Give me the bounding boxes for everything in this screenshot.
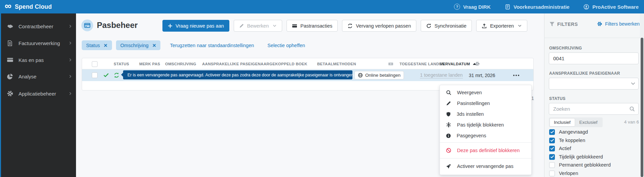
scrollbar-thumb[interactable] [641,38,643,177]
button-label: Pastransacties [300,23,332,29]
filter-chip-omschrijving[interactable]: Omschrijving ✕ [116,40,161,50]
column-header-toegestane-landen[interactable]: TOEGESTANE LANDEN [400,58,445,69]
checkbox[interactable] [549,171,555,176]
menu-item-label: Pasgegevens [457,133,486,138]
option-label: Aangevraagd [559,129,588,135]
button-label: Vervang verlopen passen [356,23,411,29]
inclusief-tab[interactable]: Inclusief [550,118,575,127]
filter-panel: FILTERS Filters bewerken OMSCHRIJVING AA… [544,13,644,177]
select-all-checkbox[interactable] [92,61,98,67]
status-option-permanent-geblokkeerd[interactable]: Permanent geblokkeerd [549,162,611,168]
pencil-icon [239,23,244,28]
column-header-merk-pas[interactable]: MERK PAS [139,58,160,69]
info-icon [446,133,451,138]
payment-method-label: Online betalingen [365,73,401,78]
checkbox[interactable] [549,129,555,135]
payment-method-badge: Online betalingen [354,71,404,79]
menu-item-activeer-vervangende-pas[interactable]: Activeer vervangende pas [440,160,531,173]
table-header: STATUS MERK PAS OMSCHRIJVING AANSPRAKELI… [82,58,533,69]
status-active-check-icon [103,69,109,81]
exclusief-tab[interactable]: Exclusief [575,118,602,127]
option-label: Tijdelijk geblokkeerd [559,154,603,160]
allowed-countries-link[interactable]: 1 toegestane landen [420,72,463,78]
row-checkbox[interactable] [92,72,98,78]
sidebar-item-analyse[interactable]: Analyse [1,68,77,85]
filter-chip-status[interactable]: Status ✕ [82,40,112,50]
column-header-omschrijving[interactable]: OMSCHRIJVING [165,58,196,69]
vervang-verlopen-passen-button[interactable]: Vervang verlopen passen [342,20,416,32]
sidebar-item-factuurverwerking[interactable]: Factuurverwerking [1,35,77,51]
status-option-verlopen[interactable]: Verlopen [549,170,578,176]
sidebar-item-applicatiebeheer[interactable]: Applicatiebeheer [1,85,77,102]
pencil-icon [446,101,451,106]
menu-item-pasinstellingen[interactable]: Pasinstellingen [440,98,531,109]
column-header-vervaldatum[interactable]: VERVALDATUM [440,58,476,69]
export-icon [482,23,487,29]
reset-defaults-link[interactable]: Terugzetten naar standaardinstellingen [170,43,254,48]
credit-card-icon [7,57,13,63]
sync-icon [426,23,431,29]
checkbox[interactable] [549,138,555,143]
column-header-gekoppeld-boek[interactable]: GEKOPPELD BOEK [269,58,307,69]
button-label: Synchronisatie [434,23,466,29]
checkbox[interactable] [549,146,555,151]
status-option-actief[interactable]: Actief [549,145,571,151]
replacement-requested-icon[interactable] [114,69,119,81]
status-option-tijdelijk-geblokkeerd[interactable]: Tijdelijk geblokkeerd [549,154,603,160]
app-title: Spend Cloud [15,3,52,10]
chevron-down-icon[interactable] [631,81,636,86]
journal-icon [505,4,510,10]
topbar-link-vraag-dirk[interactable]: ? Vraag DIRK [454,4,491,10]
bewerken-button[interactable]: Bewerken [234,20,282,32]
column-header-betaalmethoden[interactable]: BETAALMETHODEN [317,58,356,69]
status-search-input[interactable] [549,103,639,115]
pastransacties-button[interactable]: Pastransacties [287,20,338,32]
block-icon [446,148,451,153]
sidebar-item-label: Factuurverwerking [18,40,60,46]
menu-item-label: Pasinstellingen [457,101,490,106]
menu-item-pas-tijdelijk-blokkeren[interactable]: Pas tijdelijk blokkeren [440,119,531,130]
gear-icon [597,21,602,27]
option-label: Te koppelen [559,138,585,143]
filters-bewerken-link[interactable]: Filters bewerken [597,21,640,27]
question-circle-icon: ? [454,4,460,10]
pagination-page-1[interactable]: 1 [531,96,534,101]
checkbox[interactable] [549,162,555,168]
status-option-aangevraagd[interactable]: Aangevraagd [549,129,588,135]
sidebar: Contractbeheer Factuurverwerking Kas [0,13,76,177]
paseigenaar-label: AANSPRAKELIJKE PASEIGENAAR [549,71,620,76]
table-settings-gear-icon[interactable] [475,58,480,69]
remove-filter-icon[interactable]: ✕ [152,43,156,48]
menu-item-definitief-blokkeren[interactable]: Deze pas definitief blokkeren [440,144,531,157]
clear-selection-link[interactable]: Selectie opheffen [267,43,305,48]
checkbox[interactable] [549,154,555,160]
row-actions-menu-button[interactable] [512,73,521,78]
menu-item-label: 3ds instellen [457,111,484,117]
topbar-link-proactive-software[interactable]: ProActive Software [583,4,639,10]
remove-filter-icon[interactable]: ✕ [104,43,108,48]
omschrijving-label: OMSCHRIJVING [549,46,582,50]
sidebar-item-contractbeheer[interactable]: Contractbeheer [1,18,77,35]
column-header-paseigenaar[interactable]: AANSPRAKELIJKE PASEIGENAAR [202,58,269,69]
chevron-right-icon [68,24,72,28]
status-option-te-koppelen[interactable]: Te koppelen [549,137,585,143]
topbar-link-label: Voorkeursadministratie [514,4,569,10]
menu-item-3ds-instellen[interactable]: 3ds instellen [440,109,531,119]
paseigenaar-select[interactable] [549,78,639,90]
sidebar-item-kas-en-pas[interactable]: Kas en pas [1,51,77,68]
filter-panel-header: FILTERS Filters bewerken [544,20,644,30]
omschrijving-input[interactable] [549,52,639,64]
menu-item-weergeven[interactable]: Weergeven [440,87,531,98]
topbar-link-voorkeursadministratie[interactable]: Voorkeursadministratie [505,4,569,10]
app-logo[interactable]: ∞ Spend Cloud [5,3,52,11]
synchronisatie-button[interactable]: Synchronisatie [421,20,472,32]
infinity-logo-icon: ∞ [5,1,11,11]
button-label: Exporteren [490,23,514,29]
tooltip-text: Er is een vervangende pas aangevraagd. A… [127,73,354,77]
refresh-icon [347,23,353,29]
column-header-status[interactable]: STATUS [114,58,129,69]
menu-item-pasgegevens[interactable]: Pasgegevens [440,130,531,141]
exporteren-button[interactable]: Exporteren [476,20,527,32]
topbar-links: ? Vraag DIRK Voorkeursadministratie [454,4,639,10]
vraag-nieuwe-pas-aan-button[interactable]: Vraag nieuwe pas aan [162,20,229,32]
